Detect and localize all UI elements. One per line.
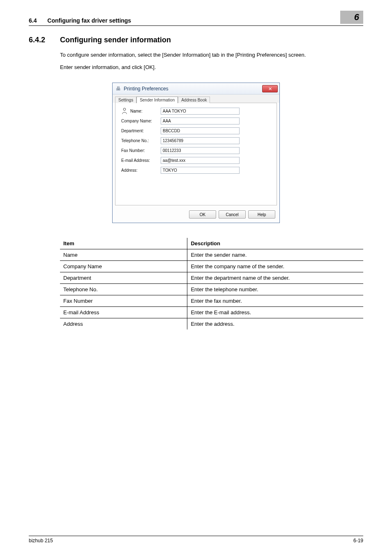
table-cell-desc: Enter the address. [187, 318, 363, 330]
field-row-email: E-mail Address: [121, 157, 271, 164]
subsection-heading: 6.4.2Configuring sender information [29, 36, 363, 44]
tab-address-book[interactable]: Address Book [178, 97, 210, 103]
dialog-wrap: 🖶 Printing Preferences ✕ SettingsSender … [29, 83, 363, 223]
table-row: Department Enter the department name of … [60, 272, 363, 284]
table-cell-desc: Enter the fax number. [187, 295, 363, 307]
printer-icon: 🖶 [116, 86, 121, 92]
address-input[interactable] [161, 167, 240, 174]
dialog-button-row: OK Cancel Help [113, 208, 279, 223]
table-header-row: Item Description [60, 238, 363, 249]
table-row: Address Enter the address. [60, 318, 363, 330]
paragraph-2: Enter sender information, and click [OK]… [60, 63, 363, 71]
table-row: Telephone No. Enter the telephone number… [60, 284, 363, 295]
table-cell-item: Department [60, 272, 187, 284]
table-cell-desc: Enter the department name of the sender. [187, 272, 363, 284]
tab-panel-sender-information: Name: Company Name: Department: Telephon… [115, 103, 277, 205]
close-button[interactable]: ✕ [262, 85, 278, 92]
page-header: 6.4 Configuring fax driver settings 6 [0, 0, 392, 24]
help-button[interactable]: Help [248, 210, 275, 219]
tab-sender-information[interactable]: Sender Information [136, 97, 178, 103]
field-row-fax: Fax Number: [121, 147, 271, 154]
field-row-company: Company Name: [121, 117, 271, 124]
table-header-item: Item [60, 238, 187, 249]
footer-row: bizhub 215 6-19 [29, 538, 363, 543]
table-cell-item: Address [60, 318, 187, 330]
fax-input[interactable] [161, 147, 240, 154]
table-row: E-mail Address Enter the E-mail address. [60, 307, 363, 318]
telephone-input[interactable] [161, 137, 240, 144]
chapter-number: 6 [354, 12, 359, 23]
table-cell-item: Company Name [60, 261, 187, 272]
table-cell-item: Fax Number [60, 295, 187, 307]
table-cell-item: E-mail Address [60, 307, 187, 318]
table-cell-desc: Enter the sender name. [187, 249, 363, 261]
dialog-title-group: 🖶 Printing Preferences [116, 86, 168, 92]
department-input[interactable] [161, 127, 240, 134]
footer-rule [29, 536, 363, 536]
table-cell-item: Name [60, 249, 187, 261]
field-row-telephone: Telephone No.: [121, 137, 271, 144]
description-table: Item Description Name Enter the sender n… [60, 238, 363, 329]
footer-product: bizhub 215 [29, 538, 53, 543]
table-cell-desc: Enter the company name of the sender. [187, 261, 363, 272]
field-row-department: Department: [121, 127, 271, 134]
section-title: Configuring fax driver settings [47, 17, 131, 24]
printing-preferences-dialog: 🖶 Printing Preferences ✕ SettingsSender … [112, 83, 280, 223]
tab-row: SettingsSender InformationAddress Book [113, 94, 279, 103]
email-label: E-mail Address: [121, 158, 161, 163]
company-input[interactable] [161, 117, 240, 124]
address-label: Address: [121, 168, 161, 173]
dialog-title: Printing Preferences [124, 86, 168, 92]
table-row: Name Enter the sender name. [60, 249, 363, 261]
subsection-title: Configuring sender information [60, 36, 171, 44]
name-input[interactable] [161, 108, 240, 115]
page-footer: bizhub 215 6-19 [29, 536, 363, 543]
table-cell-desc: Enter the telephone number. [187, 284, 363, 295]
department-label: Department: [121, 129, 161, 133]
svg-point-0 [123, 108, 126, 111]
page-content: 6.4.2Configuring sender information To c… [0, 26, 392, 329]
dialog-titlebar: 🖶 Printing Preferences ✕ [113, 83, 279, 94]
cancel-button[interactable]: Cancel [219, 210, 246, 219]
telephone-label: Telephone No.: [121, 138, 161, 143]
table-cell-desc: Enter the E-mail address. [187, 307, 363, 318]
field-row-address: Address: [121, 167, 271, 174]
company-label: Company Name: [121, 119, 161, 123]
table-row: Fax Number Enter the fax number. [60, 295, 363, 307]
person-icon [121, 107, 128, 115]
table-cell-item: Telephone No. [60, 284, 187, 295]
paragraph-1: To configure sender information, select … [60, 51, 363, 59]
email-input[interactable] [161, 157, 240, 164]
header-left: 6.4 Configuring fax driver settings [29, 17, 131, 24]
fax-label: Fax Number: [121, 148, 161, 153]
table-row: Company Name Enter the company name of t… [60, 261, 363, 272]
name-label: Name: [130, 109, 161, 113]
ok-button[interactable]: OK [189, 210, 216, 219]
field-row-name: Name: [121, 107, 271, 115]
tab-settings[interactable]: Settings [115, 97, 136, 103]
section-number: 6.4 [29, 17, 37, 24]
chapter-badge: 6 [340, 11, 363, 24]
table-header-description: Description [187, 238, 363, 249]
footer-pagenum: 6-19 [353, 538, 363, 543]
subsection-number: 6.4.2 [29, 36, 60, 44]
